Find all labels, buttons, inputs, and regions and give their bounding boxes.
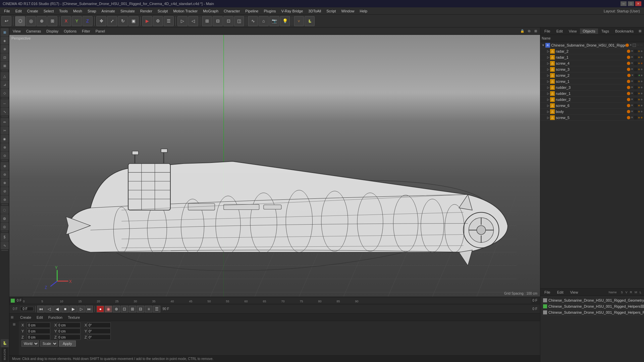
obj-s5-mat[interactable] — [634, 116, 637, 119]
z-axis-button[interactable]: Z — [83, 16, 93, 26]
paint-mode-button[interactable]: ⊕ — [37, 16, 47, 26]
obj-s4-vis[interactable] — [627, 62, 630, 65]
spline-button[interactable]: ∿ — [248, 16, 258, 26]
left-tool-19[interactable]: ⊘ — [1, 187, 9, 195]
left-tool-17[interactable]: ⊖ — [1, 170, 9, 178]
obj-screw-3[interactable]: ▷ △ screw_3 ✕ ◈ ◈ — [540, 66, 644, 72]
playback-options-5[interactable]: ≡ — [145, 306, 152, 312]
menu-motion-tracker[interactable]: Motion Tracker — [170, 8, 200, 14]
python-button[interactable]: 🐍 — [305, 16, 315, 26]
rotation-z-input[interactable] — [57, 335, 80, 340]
left-tool-5[interactable]: ⊠ — [1, 62, 9, 70]
rt-sort-icon[interactable]: ⊞ — [637, 28, 643, 34]
frame-input[interactable] — [20, 307, 34, 311]
play-button[interactable]: ▶ — [69, 306, 77, 312]
vp-layout-icon[interactable]: ⊞ — [533, 28, 539, 34]
obj-ru2-vis[interactable] — [627, 98, 630, 101]
object-list[interactable]: ▼ ⊞ Chinese_Submarine_Drone_HSU_001_Rigg… — [540, 42, 644, 288]
obj-s2-mat[interactable] — [634, 74, 638, 77]
select-tool-button[interactable]: ▣ — [128, 16, 139, 26]
model-mode-button[interactable]: ⬡ — [15, 16, 25, 26]
left-tool-1[interactable]: ⊞ — [1, 28, 9, 36]
window-controls[interactable]: ─ □ ✕ — [621, 1, 641, 6]
timeline-track[interactable]: 0 5 10 15 20 25 30 35 40 45 50 55 60 65 … — [23, 298, 531, 304]
obj-s4-mat[interactable] — [634, 62, 637, 65]
menu-animate[interactable]: Animate — [99, 8, 118, 14]
position-x-input[interactable] — [27, 322, 50, 328]
left-tool-15[interactable]: ⊙ — [1, 152, 9, 160]
display-button[interactable]: ⊡ — [223, 16, 233, 26]
menu-render[interactable]: Render — [138, 8, 155, 14]
obj-s6-mat[interactable] — [634, 104, 637, 107]
object-button-2[interactable]: ◁ — [188, 16, 198, 26]
bottom-right-content[interactable]: Chinese_Submarine_Drone_HSU_001_Rigged_G… — [540, 296, 644, 362]
tab-edit[interactable]: Edit — [34, 315, 46, 320]
scale-x-input[interactable] — [87, 322, 111, 328]
obj-ru3-mat[interactable] — [634, 86, 637, 89]
obj-visible-dot[interactable] — [626, 44, 629, 47]
timeline-bar[interactable]: 0 F 0 5 10 15 20 25 30 35 40 45 50 55 60… — [9, 297, 540, 304]
rt-tab-objects[interactable]: Objects — [580, 28, 598, 34]
render-settings-button[interactable]: ⚙ — [153, 16, 163, 26]
br-item-helpers[interactable]: Chinese_Submarine_Drone_HSU_001_Rigged_H… — [542, 303, 643, 309]
playback-options-6[interactable]: ☰ — [153, 306, 160, 312]
rt-tab-file[interactable]: File — [542, 28, 553, 34]
record-button[interactable]: ● — [97, 306, 104, 312]
menu-tools[interactable]: Tools — [56, 8, 70, 14]
rotate-tool-button[interactable]: ↻ — [118, 16, 128, 26]
snap-button[interactable]: ⊟ — [213, 16, 223, 26]
rt-tab-edit[interactable]: Edit — [554, 28, 566, 34]
object-mode-button[interactable]: ◫ — [234, 16, 244, 26]
obj-body-mat[interactable] — [634, 110, 637, 113]
texture-mode-button[interactable]: ◎ — [26, 16, 36, 26]
obj-ru3-vis[interactable] — [627, 86, 630, 89]
next-frame-button[interactable]: ▷ — [77, 306, 85, 312]
rotation-x-input[interactable] — [57, 322, 80, 328]
obj-rudder-3[interactable]: ▷ △ rudder_3 ✕ ◈ ◈ — [540, 84, 644, 90]
obj-screw-1[interactable]: ▷ △ screw_1 ✕ ◈ ◈ — [540, 78, 644, 84]
menu-pipeline[interactable]: Pipeline — [243, 8, 261, 14]
camera-button[interactable]: 📷 — [269, 16, 279, 26]
left-tool-14[interactable]: ⊛ — [1, 143, 9, 151]
vp-menu-options[interactable]: Options — [62, 28, 78, 34]
obj-r1-vis[interactable] — [627, 56, 630, 59]
object-button-1[interactable]: ▷ — [177, 16, 187, 26]
close-button[interactable]: ✕ — [635, 1, 641, 6]
maximize-button[interactable]: □ — [628, 1, 634, 6]
obj-s5-vis[interactable] — [627, 116, 630, 119]
go-start-button[interactable]: ⏮ — [37, 306, 45, 312]
obj-s6-vis[interactable] — [627, 104, 630, 107]
menu-help[interactable]: Help — [357, 8, 370, 14]
rotation-y-input[interactable] — [57, 328, 80, 334]
vp-menu-view[interactable]: View — [11, 28, 23, 34]
left-tool-16[interactable]: ⊕ — [1, 162, 9, 170]
position-y-input[interactable] — [27, 328, 50, 334]
position-z-input[interactable] — [27, 335, 50, 340]
obj-screw-6[interactable]: ▷ △ screw_6 ✕ ◈ ◈ — [540, 103, 644, 109]
vp-menu-cameras[interactable]: Cameras — [24, 28, 43, 34]
obj-s1-mat[interactable] — [634, 80, 637, 83]
play-reverse-button[interactable]: ◀ — [53, 306, 61, 312]
menu-window[interactable]: Window — [338, 8, 357, 14]
rt-tab-tags[interactable]: Tags — [599, 28, 612, 34]
obj-body-vis[interactable] — [627, 110, 630, 113]
y-axis-button[interactable]: Y — [72, 16, 82, 26]
obj-rudder-2[interactable]: ▷ △ rudder_2 ✕ ◈ ◈ — [540, 97, 644, 103]
menu-mesh[interactable]: Mesh — [70, 8, 85, 14]
playback-options-2[interactable]: ⊡ — [121, 306, 128, 312]
left-tool-20[interactable]: ⊚ — [1, 195, 9, 203]
left-tool-7[interactable]: ⊿ — [1, 80, 9, 88]
world-select[interactable]: World — [21, 341, 39, 347]
stop-button[interactable]: ■ — [61, 306, 69, 312]
left-tool-25[interactable]: ∿ — [1, 241, 9, 249]
menu-vray[interactable]: V-Ray Bridge — [279, 8, 306, 14]
obj-r2-mat[interactable] — [634, 50, 637, 53]
rigging-mode-button[interactable]: ⊞ — [47, 16, 57, 26]
apply-button[interactable]: Apply — [59, 341, 76, 347]
render-view-button[interactable]: ▶ — [142, 16, 152, 26]
obj-radar-1[interactable]: ▷ △ radar_1 ✕ ◈ ◈ — [540, 54, 644, 60]
br-tab-file[interactable]: File — [542, 290, 553, 295]
menu-mograph[interactable]: MoGraph — [200, 8, 221, 14]
br-help-dot1[interactable] — [641, 305, 644, 308]
prev-frame-button[interactable]: ◁ — [45, 306, 53, 312]
